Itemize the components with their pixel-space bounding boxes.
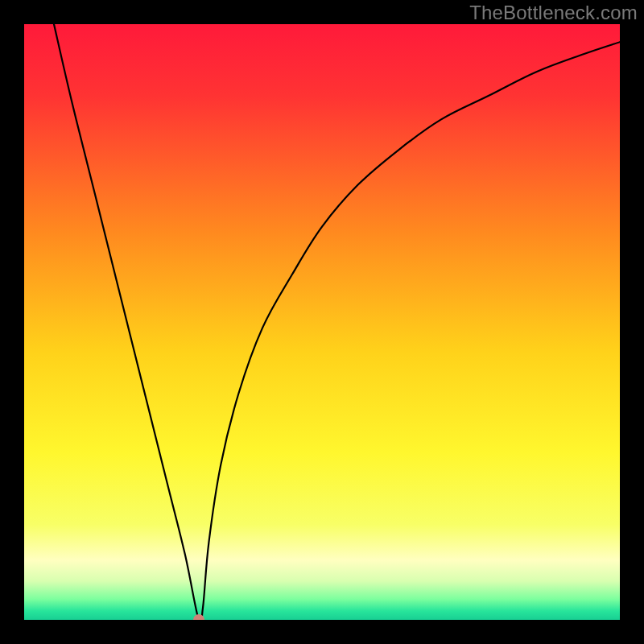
bottleneck-curve-path [54, 24, 620, 620]
chart-frame: TheBottleneck.com [0, 0, 644, 644]
optimal-point-marker [193, 614, 204, 620]
curve-svg [24, 24, 620, 620]
plot-area [24, 24, 620, 620]
watermark-label: TheBottleneck.com [469, 2, 638, 24]
